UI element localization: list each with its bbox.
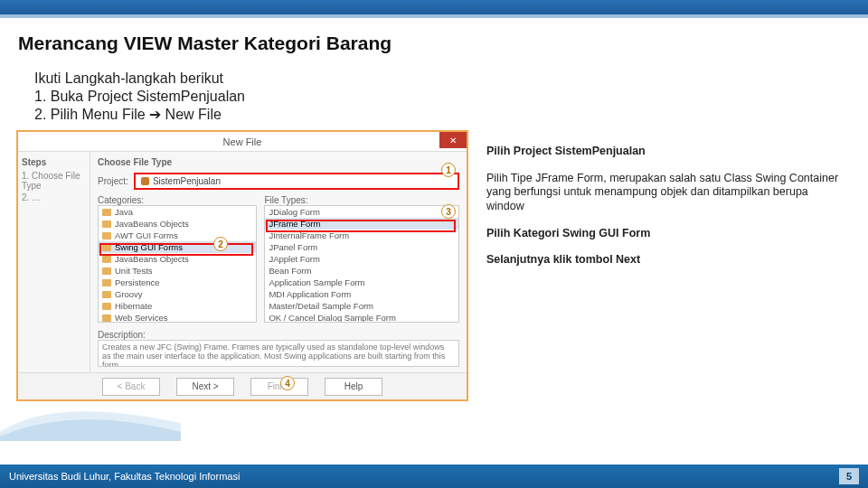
category-item[interactable]: JavaBeans Objects <box>99 218 256 230</box>
filetype-item[interactable]: Bean Form <box>265 265 458 277</box>
description-text: Creates a new JFC (Swing) Frame. Frames … <box>98 340 459 367</box>
wizard-step: 2. … <box>22 192 86 202</box>
category-item[interactable]: Groovy <box>99 288 256 300</box>
slide-top-bar <box>0 0 868 14</box>
callout-2: 2 <box>213 237 228 251</box>
page-title: Merancang VIEW Master Kategori Barang <box>18 33 852 54</box>
page-number: 5 <box>839 468 859 484</box>
category-label: JavaBeans Objects <box>115 219 189 229</box>
category-label: AWT GUI Forms <box>115 230 178 240</box>
category-item[interactable]: Java <box>99 206 256 218</box>
project-label: Project: <box>98 176 128 186</box>
dialog-title: New File <box>223 136 262 147</box>
next-button[interactable]: Next > <box>176 378 234 396</box>
project-combo[interactable]: SistemPenjualan <box>134 173 459 190</box>
next-button-label: Next > <box>192 381 218 391</box>
wizard-steps-pane: Steps 1. Choose File Type 2. … <box>18 152 90 372</box>
intro-item: 1. Buka Project SistemPenjualan <box>34 89 852 105</box>
filetype-item[interactable]: JApplet Form <box>265 253 458 265</box>
filetypes-list[interactable]: JDialog FormJFrame FormJInternalFrame Fo… <box>264 205 459 323</box>
callout-4: 4 <box>280 376 295 390</box>
back-button[interactable]: < Back <box>102 378 160 396</box>
folder-icon <box>102 221 111 228</box>
dialog-titlebar: New File ✕ <box>18 132 467 152</box>
categories-label: Categories: <box>98 195 257 205</box>
category-item[interactable]: Swing GUI Forms <box>99 241 256 253</box>
project-icon <box>141 177 149 185</box>
category-item[interactable]: Persistence <box>99 277 256 288</box>
category-label: Web Services <box>115 313 167 323</box>
category-label: JavaBeans Objects <box>115 254 189 264</box>
callout-3: 3 <box>441 204 456 219</box>
intro-item: 2. Pilih Menu File ➔ New File <box>34 106 852 123</box>
filetype-item[interactable]: OK / Cancel Dialog Sample Form <box>265 312 458 323</box>
folder-icon <box>102 267 111 275</box>
filetype-item[interactable]: Application Sample Form <box>265 277 458 288</box>
note-1: Pilih Project SistemPenjualan <box>486 145 846 159</box>
category-item[interactable]: AWT GUI Forms <box>99 230 256 241</box>
category-item[interactable]: JavaBeans Objects <box>99 253 256 265</box>
category-label: Groovy <box>115 289 143 299</box>
filetype-item[interactable]: Master/Detail Sample Form <box>265 300 458 312</box>
new-file-dialog: New File ✕ Steps 1. Choose File Type 2. … <box>16 130 468 401</box>
note-4: Selanjutnya klik tombol Next <box>486 253 846 267</box>
project-value: SistemPenjualan <box>153 176 221 186</box>
intro-list: 1. Buka Project SistemPenjualan 2. Pilih… <box>34 89 852 123</box>
note-3: Pilih Kategori Swing GUI Form <box>486 227 846 241</box>
folder-icon <box>102 232 111 239</box>
folder-icon <box>102 279 111 286</box>
choose-file-type-label: Choose File Type <box>98 157 459 167</box>
intro-block: Ikuti Langkah-langkah berikut 1. Buka Pr… <box>34 70 852 123</box>
side-notes: Pilih Project SistemPenjualan Pilih Tipe… <box>479 130 852 401</box>
category-item[interactable]: Unit Tests <box>99 265 256 277</box>
help-button[interactable]: Help <box>325 378 382 396</box>
slide-body: Merancang VIEW Master Kategori Barang Ik… <box>0 18 868 465</box>
dialog-footer: < Back Next > Finish Help <box>18 372 467 399</box>
category-label: Persistence <box>115 277 160 287</box>
finish-button[interactable]: Finish <box>250 378 308 396</box>
filetype-item[interactable]: JInternalFrame Form <box>265 230 458 241</box>
folder-icon <box>102 244 111 251</box>
intro-lead: Ikuti Langkah-langkah berikut <box>34 70 852 87</box>
filetype-item[interactable]: MDI Application Form <box>265 288 458 300</box>
wizard-main-pane: Choose File Type Project: SistemPenjuala… <box>90 152 467 372</box>
callout-1: 1 <box>441 163 456 177</box>
close-icon[interactable]: ✕ <box>439 132 467 148</box>
slide-footer: Universitas Budi Luhur, Fakultas Teknolo… <box>0 465 868 488</box>
category-item[interactable]: Hibernate <box>99 300 256 312</box>
category-label: Hibernate <box>115 301 152 311</box>
folder-icon <box>102 291 111 298</box>
folder-icon <box>102 256 111 263</box>
footer-org: Universitas Budi Luhur, Fakultas Teknolo… <box>9 471 240 482</box>
folder-icon <box>102 303 111 310</box>
category-item[interactable]: Web Services <box>99 312 256 323</box>
folder-icon <box>102 314 111 322</box>
category-label: Java <box>115 207 133 217</box>
categories-list[interactable]: JavaJavaBeans ObjectsAWT GUI FormsSwing … <box>98 205 257 323</box>
note-2: Pilih Tipe JFrame Form, merupakan salah … <box>486 172 846 214</box>
description-label: Description: <box>98 330 146 340</box>
filetype-item[interactable]: JFrame Form <box>265 218 458 230</box>
filetype-item[interactable]: JPanel Form <box>265 241 458 253</box>
wizard-step: 1. Choose File Type <box>22 171 86 191</box>
folder-icon <box>102 209 111 216</box>
category-label: Unit Tests <box>115 266 153 276</box>
dialog-screenshot: New File ✕ Steps 1. Choose File Type 2. … <box>16 130 468 401</box>
filetype-item[interactable]: JDialog Form <box>265 206 458 218</box>
category-label: Swing GUI Forms <box>115 242 183 252</box>
steps-header: Steps <box>22 157 86 167</box>
filetypes-label: File Types: <box>264 195 459 205</box>
